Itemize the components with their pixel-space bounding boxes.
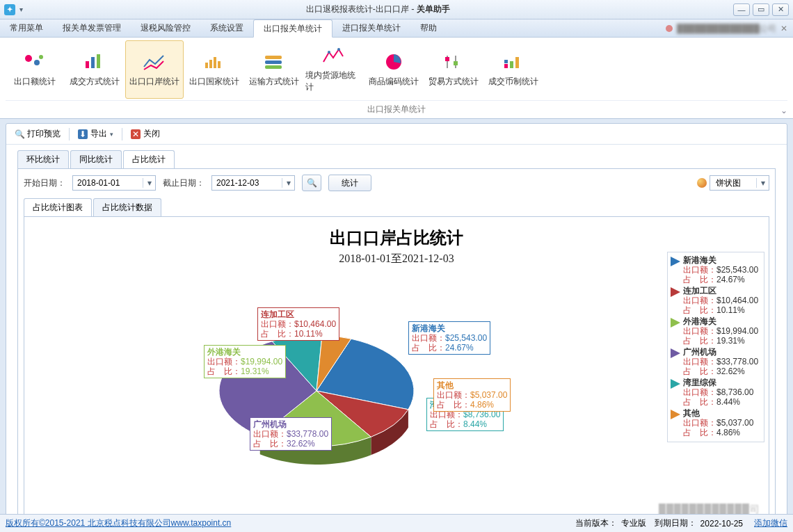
svg-rect-7: [209, 60, 212, 68]
legend-swatch: [671, 379, 680, 389]
ribbon-caption: 出口报关单统计: [6, 100, 787, 118]
legend-swatch: [671, 257, 680, 266]
start-date-field[interactable]: ▾: [72, 175, 156, 191]
close-button[interactable]: ✕ 关闭: [127, 127, 164, 141]
chart-container: 出口口岸占比统计 2018-01-01至2021-12-03 新港海关出口额：$…: [24, 216, 769, 521]
chart-callout: 广州机场出口额：$33,778.00占 比：32.62%: [250, 417, 332, 451]
ribbon-button[interactable]: 成交币制统计: [484, 40, 543, 99]
inner-tab[interactable]: 占比统计数据: [93, 198, 161, 216]
titlebar: ✦ ▾ 出口退税报表统计-出口口岸 - 关单助手 — ▭ ✕: [0, 0, 793, 19]
svg-rect-8: [214, 57, 216, 68]
ribbon-button[interactable]: 贸易方式统计: [424, 40, 483, 99]
user-status-icon: [666, 25, 673, 32]
close-icon: ✕: [131, 129, 141, 139]
user-close-icon[interactable]: ✕: [780, 24, 787, 33]
user-info: ██████████████公司 ✕: [666, 19, 787, 38]
ribbon-icon: [441, 52, 466, 72]
svg-rect-22: [510, 61, 513, 68]
legend: 新港海关出口额：$25,543.00占 比：24.67%连加工区出口额：$10,…: [667, 252, 764, 442]
stat-mode-tabs: 环比统计同比统计占比统计: [17, 150, 776, 168]
print-preview-button[interactable]: 🔍 打印预览: [10, 127, 65, 141]
menu-item[interactable]: 进口报关单统计: [333, 19, 410, 37]
chevron-down-icon: ▾: [110, 131, 113, 138]
ribbon-button[interactable]: 境内货源地统计: [305, 40, 363, 99]
menu-item[interactable]: 报关单发票管理: [53, 19, 131, 37]
svg-rect-6: [205, 63, 208, 68]
export-button[interactable]: ⬇ 导出 ▾: [74, 127, 118, 141]
chart-type-icon: [697, 178, 707, 188]
chart-callout: 新港海关出口额：$25,543.00占 比：24.67%: [408, 321, 490, 355]
expire-value: 2022-10-25: [700, 519, 743, 529]
chevron-down-icon[interactable]: ▾: [756, 178, 769, 188]
menu-item[interactable]: 帮助: [410, 19, 447, 37]
statusbar: 版权所有©2015-2021 北京税点科技有限公司www.taxpoint.cn…: [0, 514, 793, 532]
subtab[interactable]: 环比统计: [17, 150, 69, 168]
search-icon: 🔍: [15, 129, 24, 139]
svg-rect-17: [445, 57, 449, 61]
ribbon-icon: [202, 52, 227, 72]
svg-rect-9: [218, 61, 221, 68]
legend-swatch: [671, 348, 680, 358]
start-date-input[interactable]: [73, 176, 143, 190]
stat-button[interactable]: 统计: [328, 175, 371, 191]
filter-row: 开始日期： ▾ 截止日期： ▾ 🔍 统计 饼状图 ▾: [24, 175, 769, 191]
menu-item[interactable]: 出口报关单统计: [253, 19, 333, 38]
svg-rect-5: [97, 54, 100, 68]
ribbon-collapse-icon[interactable]: ⌄: [780, 106, 787, 115]
chart-subtitle: 2018-01-01至2021-12-03: [24, 252, 769, 266]
svg-rect-23: [515, 57, 519, 68]
add-wechat-link[interactable]: 添加微信: [754, 517, 787, 529]
svg-point-1: [34, 60, 40, 65]
legend-item: 广州机场出口额：$33,778.00占 比：32.62%: [671, 347, 761, 376]
close-window-button[interactable]: ✕: [772, 3, 789, 16]
subtab[interactable]: 占比统计: [123, 150, 175, 168]
ribbon-icon: [381, 52, 406, 72]
svg-rect-10: [265, 56, 282, 59]
ribbon-button[interactable]: 出口额统计: [6, 40, 64, 99]
ribbon-button[interactable]: 商品编码统计: [365, 40, 423, 99]
ribbon-icon: [142, 52, 167, 72]
chart-type-select[interactable]: 饼状图 ▾: [710, 175, 769, 191]
ribbon-icon: [82, 52, 107, 72]
legend-item: 连加工区出口额：$10,464.00占 比：10.11%: [671, 286, 761, 315]
legend-item: 新港海关出口额：$25,543.00占 比：24.67%: [671, 255, 761, 284]
chevron-down-icon[interactable]: ▾: [143, 178, 155, 188]
svg-point-13: [328, 51, 330, 54]
svg-rect-21: [504, 60, 508, 63]
legend-item: 湾里综保出口额：$8,736.00占 比：8.44%: [671, 378, 761, 407]
menu-item[interactable]: 系统设置: [200, 19, 253, 37]
ribbon-button[interactable]: 出口口岸统计: [125, 40, 184, 99]
copyright-link[interactable]: 版权所有©2015-2021 北京税点科技有限公司www.taxpoint.cn: [6, 517, 231, 529]
ribbon-button[interactable]: 成交方式统计: [65, 40, 124, 99]
chart-callout: 外港海关出口额：$19,994.00占 比：19.31%: [204, 345, 286, 378]
content-area: 🔍 打印预览 ⬇ 导出 ▾ ✕ 关闭 环比统计同比统计占比统计 开始日期： ▾ …: [6, 123, 787, 528]
svg-rect-11: [265, 61, 282, 64]
chart-data-tabs: 占比统计图表占比统计数据: [24, 198, 769, 216]
end-date-input[interactable]: [212, 176, 282, 190]
legend-swatch: [671, 410, 680, 419]
end-date-field[interactable]: ▾: [211, 175, 295, 191]
svg-point-0: [25, 55, 32, 62]
search-button[interactable]: 🔍: [302, 175, 321, 191]
ribbon-button[interactable]: 运输方式统计: [245, 40, 303, 99]
window-title: 出口退税报表统计-出口口岸 - 关单助手: [23, 3, 733, 15]
legend-swatch: [671, 287, 680, 297]
chart-callout: 其他出口额：$5,037.00占 比：4.86%: [433, 378, 511, 412]
menu-item[interactable]: 常用菜单: [0, 19, 53, 37]
inner-tab[interactable]: 占比统计图表: [24, 198, 92, 216]
end-date-label: 截止日期：: [163, 177, 205, 189]
expire-label: 到期日期：: [655, 517, 696, 529]
menu-item[interactable]: 退税风险管控: [131, 19, 200, 37]
legend-item: 其他出口额：$5,037.00占 比：4.86%: [671, 408, 761, 437]
version-label: 当前版本：: [575, 517, 617, 529]
legend-swatch: [671, 318, 680, 328]
subtab[interactable]: 同比统计: [70, 150, 122, 168]
ribbon-button[interactable]: 出口国家统计: [185, 40, 243, 99]
chevron-down-icon[interactable]: ▾: [282, 178, 294, 188]
svg-rect-4: [91, 57, 95, 68]
svg-rect-12: [265, 65, 282, 69]
svg-rect-19: [454, 61, 458, 65]
minimize-button[interactable]: —: [733, 3, 750, 16]
app-icon: ✦: [4, 4, 15, 15]
maximize-button[interactable]: ▭: [753, 3, 769, 16]
